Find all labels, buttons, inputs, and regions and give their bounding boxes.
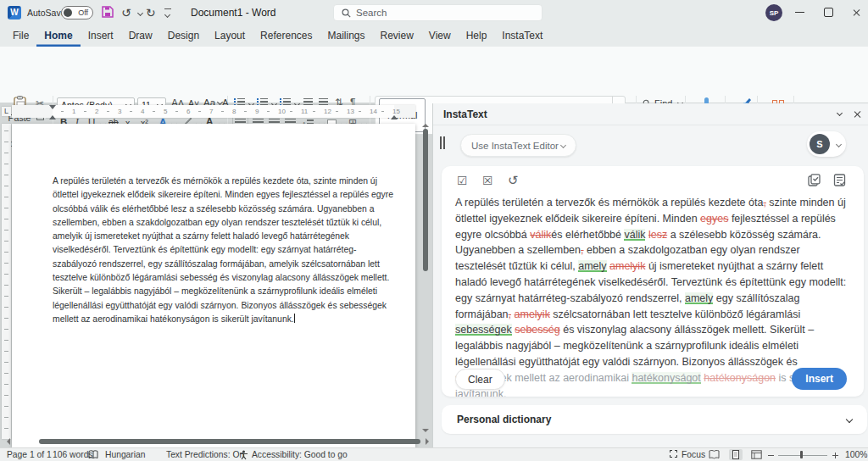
focus-toggle[interactable]: Focus	[682, 450, 705, 460]
inserted-word-dim[interactable]: hatékonyságot	[632, 372, 700, 384]
deleted-word[interactable]: válik	[530, 229, 551, 241]
tab-home[interactable]: Home	[36, 25, 80, 47]
autosave-toggle[interactable]: Off	[61, 6, 93, 19]
personal-dictionary-chevron-icon	[846, 416, 853, 423]
proofing-book-icon[interactable]	[88, 450, 98, 459]
document-paragraph[interactable]: A repülés területén a tervezők és mérnök…	[53, 175, 397, 326]
vertical-scrollbar-thumb[interactable]	[423, 129, 428, 271]
deleted-word[interactable]: egyes	[700, 213, 728, 225]
ruler-number: 11	[301, 108, 308, 115]
vertical-ruler	[2, 124, 11, 439]
instatext-panel: InstaText Use InstaText Editor S ☑ ☒ ↺ A…	[432, 103, 868, 447]
ruler-number: 4	[141, 108, 144, 115]
tab-draw[interactable]: Draw	[121, 25, 160, 47]
deleted-word[interactable]: amelyik	[515, 308, 550, 320]
panel-chevron-icon[interactable]	[837, 110, 843, 116]
undo-suggestion-icon[interactable]: ↺	[508, 174, 519, 187]
tab-file[interactable]: File	[5, 25, 36, 47]
clear-button[interactable]: Clear	[455, 369, 505, 390]
minimize-icon[interactable]	[795, 12, 804, 13]
scroll-down-icon[interactable]	[422, 429, 429, 436]
inserted-word[interactable]: amely	[578, 260, 606, 272]
accessibility-icon[interactable]	[239, 450, 248, 460]
tab-references[interactable]: References	[253, 25, 320, 47]
suggested-text: A repülés területén a tervezők és mérnök…	[455, 195, 852, 397]
web-layout-icon[interactable]	[751, 450, 762, 459]
inserted-word[interactable]: sebességek	[455, 324, 512, 336]
tab-stop-selector[interactable]: L	[2, 107, 11, 116]
use-instatext-editor-button[interactable]: Use InstaText Editor	[460, 134, 576, 157]
tab-view[interactable]: View	[421, 25, 459, 47]
tab-design[interactable]: Design	[160, 25, 207, 47]
save-icon[interactable]	[102, 6, 114, 18]
scroll-right-icon[interactable]	[426, 438, 432, 445]
accessibility-status[interactable]: Accessibility: Good to go	[252, 450, 348, 460]
panel-header: InstaText	[433, 103, 868, 125]
search-input[interactable]: Search	[333, 4, 542, 21]
zoom-slider-thumb[interactable]	[800, 451, 803, 458]
print-layout-icon[interactable]	[729, 449, 743, 460]
redo-icon[interactable]: ↻	[146, 6, 156, 19]
accept-suggestion-icon[interactable]: ☑	[457, 174, 468, 187]
tab-help[interactable]: Help	[459, 25, 495, 47]
copy-text-icon[interactable]	[833, 174, 846, 186]
ruler-number: 7	[209, 108, 213, 115]
ruler-number: 1	[72, 108, 75, 115]
reject-suggestion-icon[interactable]: ☒	[482, 174, 493, 187]
undo-chevron-icon[interactable]	[137, 10, 143, 16]
ruler-number: 5	[164, 108, 167, 115]
deleted-word[interactable]: amelyik	[609, 260, 645, 272]
accept-all-icon[interactable]	[808, 174, 821, 186]
maximize-icon[interactable]	[824, 8, 833, 17]
quick-access-chevron-icon[interactable]	[164, 8, 171, 21]
zoom-slider-track[interactable]	[778, 455, 827, 456]
tab-review[interactable]: Review	[373, 25, 421, 47]
instatext-avatar: S	[810, 134, 830, 154]
personal-dictionary-section[interactable]: Personal dictionary	[442, 405, 867, 434]
zoom-in-icon[interactable]	[832, 455, 838, 456]
suggestion-text: szélcsatornában lett tesztelve különböző…	[550, 308, 800, 320]
page-indicator[interactable]: Page 1 of 1	[7, 450, 52, 460]
deleted-word[interactable]: sebesség	[515, 324, 560, 336]
language-indicator[interactable]: Hungarian	[105, 450, 146, 460]
ruler-number: 13	[347, 108, 354, 115]
inserted-word[interactable]: amely	[685, 292, 713, 304]
document-page[interactable]: A repülés területén a tervezők és mérnök…	[12, 124, 415, 447]
horizontal-ruler: 123456789101112131415	[12, 105, 415, 118]
scroll-up-icon[interactable]	[422, 120, 429, 127]
horizontal-scrollbar-thumb[interactable]	[39, 439, 420, 444]
user-avatar[interactable]: SP	[765, 4, 782, 21]
panel-drag-handle-icon[interactable]	[440, 136, 442, 149]
focus-icon[interactable]	[670, 450, 677, 458]
deleted-word-dim[interactable]: hatékonyságon	[704, 372, 776, 384]
word-logo-icon: W	[8, 6, 21, 19]
close-icon[interactable]	[852, 8, 860, 17]
suggestion-text: és elérhetőbbé	[551, 229, 624, 241]
personal-dictionary-label: Personal dictionary	[457, 414, 551, 425]
search-icon	[342, 8, 351, 18]
autosave-state: Off	[78, 8, 88, 17]
scroll-left-icon[interactable]	[3, 438, 10, 445]
undo-icon[interactable]: ↺	[121, 6, 131, 19]
account-menu[interactable]: S	[807, 131, 846, 157]
right-indent-marker[interactable]	[391, 111, 398, 119]
suggestion-text: A repülés területén a tervezők és mérnök…	[455, 197, 763, 208]
ruler-number: 10	[278, 108, 286, 115]
tab-layout[interactable]: Layout	[207, 25, 253, 47]
text-predictions[interactable]: Text Predictions: On	[166, 450, 244, 460]
ribbon-tab-row: FileHomeInsertDrawDesignLayoutReferences…	[0, 25, 868, 47]
read-mode-icon[interactable]	[709, 450, 720, 459]
zoom-level[interactable]: 100%	[845, 450, 867, 460]
tab-insert[interactable]: Insert	[81, 25, 121, 47]
tab-mailings[interactable]: Mailings	[320, 25, 372, 47]
inserted-word[interactable]: válik	[624, 229, 645, 241]
zoom-out-icon[interactable]	[768, 455, 774, 456]
tab-instatext[interactable]: InstaText	[494, 25, 550, 47]
panel-close-icon[interactable]	[853, 110, 861, 119]
ruler-number: 8	[232, 108, 236, 115]
deleted-word[interactable]: lesz	[648, 229, 667, 241]
word-count[interactable]: 106 words	[53, 450, 93, 460]
hanging-indent-marker[interactable]	[49, 111, 56, 119]
insert-button[interactable]: Insert	[792, 368, 847, 390]
suggestion-card: ☑ ☒ ↺ A repülés területén a tervezők és …	[442, 166, 864, 397]
